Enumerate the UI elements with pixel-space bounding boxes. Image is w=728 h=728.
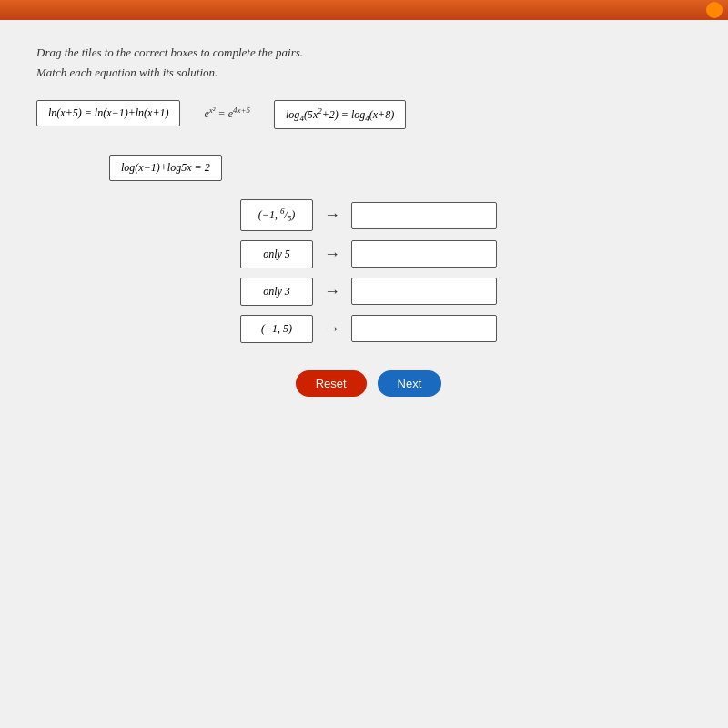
drop-box-2[interactable]: [351, 240, 497, 268]
match-row-1: (−1, 6/5) →: [240, 199, 497, 230]
arrow-icon-4: →: [324, 319, 340, 339]
orange-dot-icon: [706, 2, 723, 18]
instruction-title: Drag the tiles to the correct boxes to c…: [36, 46, 701, 60]
arrow-icon-3: →: [324, 282, 340, 301]
buttons-row: Reset Next: [36, 370, 701, 397]
equations-row: ln(x+5) = ln(x−1)+ln(x+1) ex² = e4x+5 lo…: [36, 100, 701, 129]
tile-4[interactable]: (−1, 5): [240, 315, 313, 343]
tile-3[interactable]: only 3: [240, 278, 313, 306]
drop-box-1[interactable]: [351, 202, 497, 229]
arrow-icon-2: →: [324, 245, 340, 264]
top-bar: [0, 0, 728, 20]
reset-button[interactable]: Reset: [296, 370, 367, 397]
tile-1[interactable]: (−1, 6/5): [240, 199, 313, 230]
match-row-3: only 3 →: [240, 278, 497, 306]
tile-2[interactable]: only 5: [240, 240, 313, 268]
main-content: Drag the tiles to the correct boxes to c…: [0, 20, 728, 728]
matching-area: (−1, 6/5) → only 5 → only 3 → (−1, 5) →: [36, 199, 701, 342]
match-row-2: only 5 →: [240, 240, 497, 268]
instruction-subtitle: Match each equation with its solution.: [36, 66, 701, 80]
arrow-icon-1: →: [324, 206, 340, 225]
equation-box-3: log4(5x2+2) = log4(x+8): [274, 100, 406, 129]
equation-box-4: log(x−1)+log5x = 2: [109, 155, 222, 181]
next-button[interactable]: Next: [378, 370, 442, 397]
drop-box-4[interactable]: [351, 315, 497, 342]
match-row-4: (−1, 5) →: [240, 315, 497, 343]
equation-plain-2: ex² = e4x+5: [197, 100, 258, 126]
equation-box-1: ln(x+5) = ln(x−1)+ln(x+1): [36, 100, 180, 126]
drop-box-3[interactable]: [351, 278, 497, 305]
